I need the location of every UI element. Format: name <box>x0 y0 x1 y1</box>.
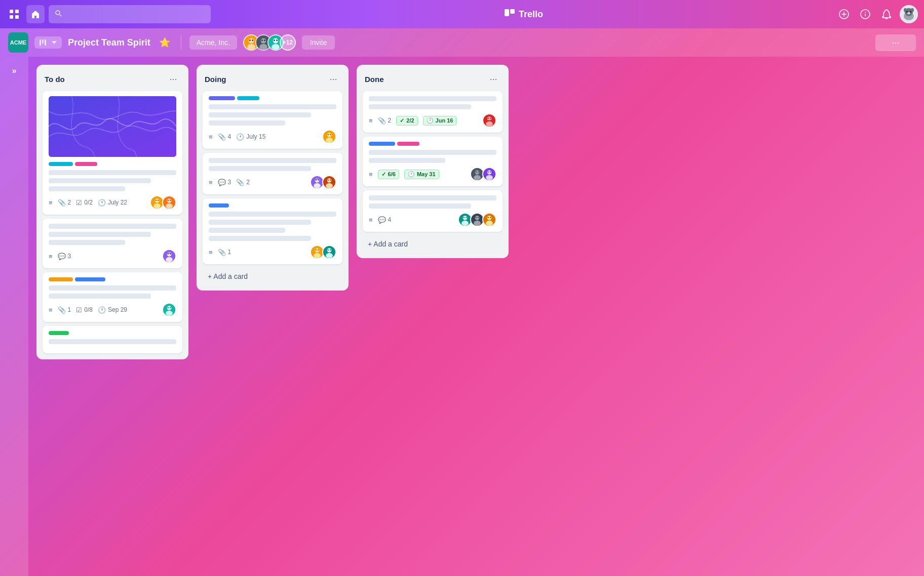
svg-point-109 <box>476 217 477 218</box>
meta-attachments: 📎 1 <box>58 306 71 314</box>
svg-point-72 <box>327 178 332 183</box>
svg-point-64 <box>328 134 329 135</box>
card-todo-4[interactable] <box>43 326 182 353</box>
meta-attachments: 📎 2 <box>236 179 250 186</box>
card-meta: ≡ ✓ 6/6 🕐 May 31 <box>369 167 496 181</box>
svg-point-88 <box>486 121 493 127</box>
card-avatars <box>470 167 496 181</box>
svg-rect-0 <box>10 10 13 13</box>
meta-description: ≡ <box>49 306 53 314</box>
due-badge: 🕐 May 31 <box>404 170 439 179</box>
card-todo-2[interactable]: ≡ 💬 3 <box>43 219 182 268</box>
list-done-title: Done <box>365 75 384 84</box>
label-blue <box>209 203 229 208</box>
svg-point-82 <box>327 248 332 253</box>
card-avatars <box>322 130 336 144</box>
attachment-count: 2 <box>68 199 71 206</box>
title-line-4 <box>209 236 311 241</box>
search-icon <box>55 10 62 19</box>
card-done-3[interactable]: ≡ 💬 4 <box>363 190 503 232</box>
description-icon: ≡ <box>369 117 373 125</box>
home-button[interactable] <box>26 5 45 23</box>
svg-rect-6 <box>505 9 509 16</box>
attachment-icon: 📎 <box>58 306 66 314</box>
card-avatars <box>162 249 176 263</box>
due-badge: 🕐 Jun 16 <box>423 116 457 126</box>
description-icon: ≡ <box>369 216 373 224</box>
card-done-2[interactable]: ≡ ✓ 6/6 🕐 May 31 <box>363 137 503 186</box>
title-line-3 <box>209 120 285 126</box>
svg-point-39 <box>276 39 278 41</box>
card-doing-2[interactable]: ≡ 💬 3 📎 2 <box>203 153 342 194</box>
invite-button[interactable]: Invite <box>302 35 335 50</box>
card-avatars <box>310 245 336 259</box>
clock-badge-icon: 🕐 <box>427 117 434 124</box>
svg-point-102 <box>463 216 468 220</box>
svg-rect-40 <box>49 96 176 157</box>
title-line-2 <box>49 294 151 299</box>
attachment-count: 2 <box>388 117 392 124</box>
card-avatar-2 <box>162 195 176 210</box>
meta-attachments: 📎 2 <box>58 199 71 207</box>
list-todo-menu-button[interactable]: ··· <box>166 72 180 86</box>
title-line-3 <box>49 186 125 191</box>
attachment-icon: 📎 <box>218 133 226 141</box>
info-button[interactable] <box>857 6 873 22</box>
card-doing-3[interactable]: ≡ 📎 1 <box>203 198 342 264</box>
star-button[interactable]: ⭐ <box>157 34 173 51</box>
card-meta: ≡ 💬 3 📎 2 <box>209 175 336 189</box>
title-line-2 <box>209 220 311 225</box>
done-add-card-button[interactable]: + Add a card <box>363 236 503 252</box>
svg-point-100 <box>490 172 491 173</box>
card-done-1[interactable]: ≡ 📎 2 ✓ 2/2 🕐 Jun 16 <box>363 91 503 133</box>
card-labels <box>49 162 176 166</box>
svg-point-13 <box>865 12 866 13</box>
svg-point-104 <box>464 217 465 218</box>
card-title <box>209 158 336 171</box>
board-more-button[interactable]: ··· <box>875 34 916 51</box>
list-done-header: Done ··· <box>363 71 503 87</box>
list-doing-menu-button[interactable]: ··· <box>326 72 340 86</box>
svg-point-65 <box>330 134 331 135</box>
svg-point-43 <box>153 203 161 209</box>
svg-point-92 <box>475 170 480 175</box>
svg-point-63 <box>326 138 333 143</box>
notifications-button[interactable] <box>878 6 895 22</box>
checklist-badge-value: 6/6 <box>388 171 396 177</box>
member-avatars: +12 <box>243 34 296 51</box>
svg-point-84 <box>328 250 329 251</box>
app-title: Trello <box>215 8 832 20</box>
user-avatar[interactable] <box>900 5 918 23</box>
svg-point-83 <box>326 253 333 258</box>
svg-point-44 <box>156 200 157 201</box>
svg-point-105 <box>466 217 467 218</box>
meta-comments: 💬 4 <box>378 216 392 224</box>
description-icon: ≡ <box>209 249 213 256</box>
list-done-menu-button[interactable]: ··· <box>486 72 500 86</box>
title-line-2 <box>49 178 151 183</box>
meta-description: ≡ <box>49 253 53 260</box>
add-button[interactable] <box>836 6 852 22</box>
doing-add-card-button[interactable]: + Add a card <box>203 268 342 284</box>
sidebar-expand-button[interactable]: » <box>6 63 22 79</box>
checklist-badge-icon: ✓ <box>400 117 404 124</box>
svg-point-58 <box>166 311 173 316</box>
svg-point-42 <box>155 198 160 203</box>
add-card-label: + Add a card <box>368 240 408 248</box>
svg-point-90 <box>490 118 491 119</box>
card-todo-1[interactable]: ≡ 📎 2 ☑ 0/2 🕐 July 22 <box>43 91 182 215</box>
board-name-button[interactable] <box>34 36 62 49</box>
grid-icon[interactable] <box>6 6 22 22</box>
card-todo-3[interactable]: ≡ 📎 1 ☑ 0/8 🕐 Sep 29 <box>43 272 182 322</box>
svg-rect-1 <box>15 10 19 13</box>
workspace-button[interactable]: Acme, Inc. <box>189 35 237 50</box>
card-title <box>49 224 176 245</box>
member-count[interactable]: +12 <box>280 34 296 51</box>
card-doing-1[interactable]: ≡ 📎 4 🕐 July 15 <box>203 91 342 149</box>
label-yellow <box>49 277 73 281</box>
label-indigo <box>209 96 235 100</box>
meta-comments: 💬 3 <box>218 179 232 186</box>
search-bar[interactable] <box>49 5 211 23</box>
svg-point-54 <box>168 254 169 255</box>
title-line-1 <box>209 212 336 217</box>
